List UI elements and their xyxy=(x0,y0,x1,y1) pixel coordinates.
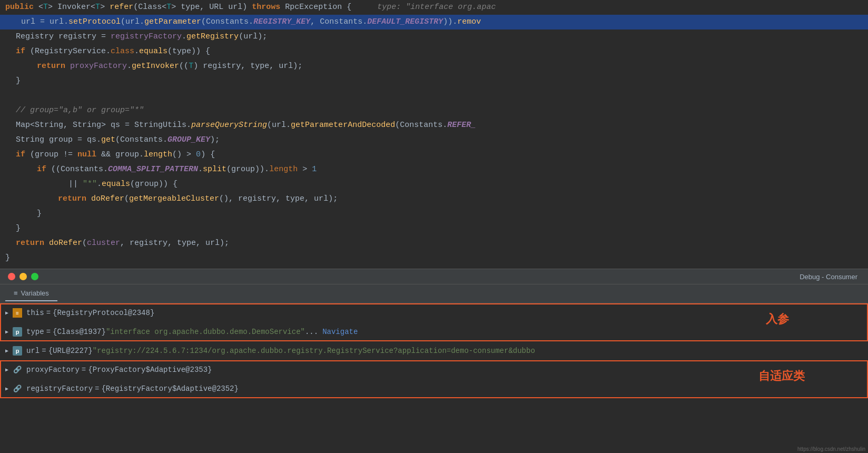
watermark: https://blog.csdn.net/zhshulin xyxy=(797,446,865,452)
variables-tab-label: Variables xyxy=(21,289,49,297)
code-line-18: } xyxy=(0,251,868,265)
debug-panel: ≡ Variables ▶ ≡ this = {RegistryProtocol… xyxy=(0,284,868,453)
code-line-4: if (RegistryService.class.equals(type)) … xyxy=(0,44,868,59)
variable-row-registryfactory[interactable]: ▶ 🔗 registryFactory = {RegistryFactory$A… xyxy=(0,379,868,398)
code-line-2: url = url.setProtocol(url.getParameter(C… xyxy=(0,15,868,29)
code-line-15: } xyxy=(0,206,868,221)
code-editor: public <T> Invoker<T> refer(Class<T> typ… xyxy=(0,0,868,269)
debug-tabs-bar: ≡ Variables xyxy=(0,284,868,303)
code-line-11: if (group != null && group.length() > 0)… xyxy=(0,147,868,162)
close-button[interactable] xyxy=(8,273,15,280)
variable-value-proxyfactory: {ProxyFactory$Adaptive@2353} xyxy=(88,366,212,374)
variable-value-type: {Class@1937} xyxy=(53,328,106,336)
variable-string-url: "registry://224.5.6.7:1234/org.apache.du… xyxy=(93,347,535,355)
expand-arrow-this[interactable]: ▶ xyxy=(5,310,8,316)
variable-name-url: url xyxy=(26,347,40,355)
code-line-17: return doRefer(cluster, registry, type, … xyxy=(0,236,868,251)
variable-row-url[interactable]: ▶ p url = {URL@2227} "registry://224.5.6… xyxy=(0,341,868,360)
variables-tab-icon: ≡ xyxy=(14,289,18,297)
variable-value-this: {RegistryProtocol@2348} xyxy=(53,309,154,317)
code-line-9: Map<String, String> qs = StringUtils.par… xyxy=(0,118,868,133)
code-line-12: if ((Constants.COMMA_SPLIT_PATTERN.split… xyxy=(0,162,868,177)
variable-name-proxyfactory: proxyFactory xyxy=(26,366,80,374)
variable-name-registryfactory: registryFactory xyxy=(26,385,93,393)
expand-arrow-type[interactable]: ▶ xyxy=(5,329,8,335)
keyword-public: public xyxy=(5,3,34,12)
code-line-8: // group="a,b" or group="*" xyxy=(0,103,868,118)
code-line-3: Registry registry = registryFactory.getR… xyxy=(0,29,868,44)
variable-icon-this: ≡ xyxy=(13,308,22,318)
variable-string-type: "interface org.apache.dubbo.demo.DemoSer… xyxy=(106,328,305,336)
annotation-zishiyinglei: 自适应类 xyxy=(758,368,805,384)
variable-row-type[interactable]: ▶ p type = {Class@1937} "interface org.a… xyxy=(0,322,868,341)
code-line-1: public <T> Invoker<T> refer(Class<T> typ… xyxy=(0,0,868,15)
expand-arrow-registryfactory[interactable]: ▶ xyxy=(5,386,8,392)
window-controls[interactable] xyxy=(8,273,38,280)
navigate-link-type[interactable]: Navigate xyxy=(322,328,358,336)
expand-arrow-proxyfactory[interactable]: ▶ xyxy=(5,367,8,373)
debug-status-label: Debug - Consumer xyxy=(800,273,857,281)
variables-panel: ▶ ≡ this = {RegistryProtocol@2348} ▶ p t… xyxy=(0,303,868,453)
variables-tab[interactable]: ≡ Variables xyxy=(5,286,57,301)
variable-value-registryfactory: {RegistryFactory$Adaptive@2352} xyxy=(101,385,238,393)
code-line-14: return doRefer(getMergeableCluster(), re… xyxy=(0,192,868,206)
code-line-5: return proxyFactory.getInvoker((T) regis… xyxy=(0,59,868,74)
variable-name-type: type xyxy=(26,328,44,336)
variable-icon-type: p xyxy=(13,327,22,337)
variable-icon-proxyfactory: 🔗 xyxy=(13,365,22,375)
code-line-7 xyxy=(0,88,868,103)
maximize-button[interactable] xyxy=(31,273,38,280)
variable-value-url: {URL@2227} xyxy=(48,347,93,355)
variable-icon-url: p xyxy=(13,346,22,356)
annotation-rucan: 入参 xyxy=(766,311,789,327)
code-line-13: || "*".equals(group)) { xyxy=(0,177,868,192)
code-line-6: } xyxy=(0,74,868,88)
variable-row-this[interactable]: ▶ ≡ this = {RegistryProtocol@2348} xyxy=(0,303,868,322)
status-bar: Debug - Consumer xyxy=(0,269,868,284)
minimize-button[interactable] xyxy=(19,273,27,280)
variable-icon-registryfactory: 🔗 xyxy=(13,384,22,393)
code-line-16: } xyxy=(0,221,868,236)
code-line-10: String group = qs.get(Constants.GROUP_KE… xyxy=(0,133,868,147)
variable-row-proxyfactory[interactable]: ▶ 🔗 proxyFactory = {ProxyFactory$Adaptiv… xyxy=(0,360,868,379)
expand-arrow-url[interactable]: ▶ xyxy=(5,348,8,354)
variable-name-this: this xyxy=(26,309,44,317)
